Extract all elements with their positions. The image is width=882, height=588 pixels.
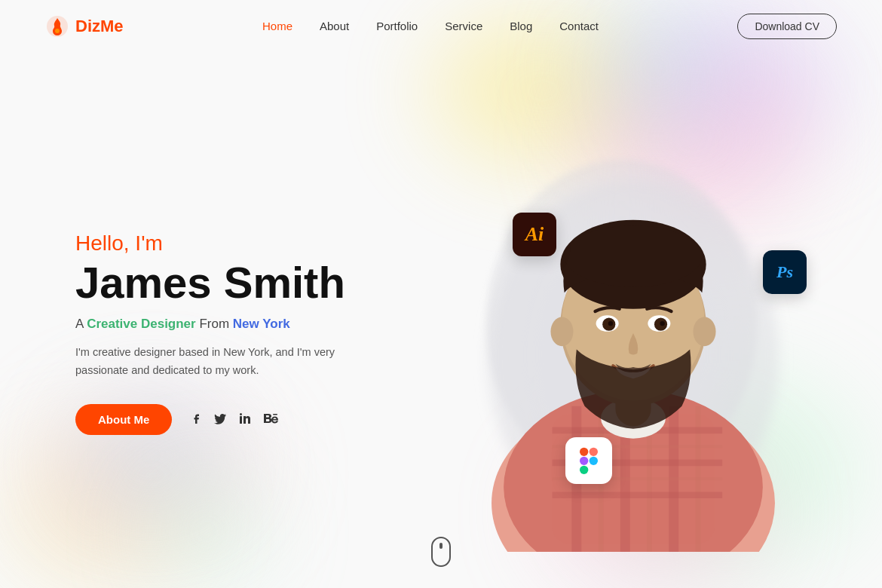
nav-item-home[interactable]: Home <box>262 20 292 33</box>
mouse-dot <box>439 543 443 549</box>
svg-rect-2 <box>240 416 242 424</box>
linkedin-icon[interactable] <box>238 412 252 428</box>
hero-name: James Smith <box>75 259 347 307</box>
download-cv-button[interactable]: Download CV <box>737 14 837 39</box>
svg-rect-4 <box>273 414 277 415</box>
subtitle-middle: From <box>196 317 233 331</box>
hero-description: I'm creative designer based in New York,… <box>75 344 347 380</box>
svg-point-32 <box>660 321 664 326</box>
subtitle-creative: Creative Designer <box>87 317 196 331</box>
hero-text-section: Hello, I'm James Smith A Creative Design… <box>75 231 347 436</box>
nav-item-contact[interactable]: Contact <box>559 20 599 33</box>
social-icons <box>190 412 279 428</box>
mouse-icon <box>431 537 451 567</box>
hero-image-area: Ai Ps <box>445 115 822 552</box>
nav-link-home[interactable]: Home <box>262 20 292 32</box>
ai-label: Ai <box>525 223 544 246</box>
svg-point-26 <box>565 225 703 287</box>
svg-point-31 <box>608 321 613 326</box>
nav-link-blog[interactable]: Blog <box>510 20 532 32</box>
svg-rect-38 <box>580 466 588 474</box>
subtitle-location: New York <box>233 317 290 331</box>
logo-text: DizMe <box>75 17 124 36</box>
facebook-icon[interactable] <box>190 412 204 428</box>
svg-point-3 <box>240 413 242 415</box>
flame-icon <box>45 14 69 38</box>
about-me-button[interactable]: About Me <box>75 404 172 435</box>
nav-item-service[interactable]: Service <box>445 20 482 33</box>
figma-badge <box>565 437 612 484</box>
svg-rect-37 <box>580 457 588 465</box>
twitter-icon[interactable] <box>214 412 228 428</box>
main-content: Hello, I'm James Smith A Creative Design… <box>0 53 882 583</box>
figma-icon <box>575 447 602 474</box>
nav-link-contact[interactable]: Contact <box>559 20 599 32</box>
svg-point-39 <box>590 457 598 465</box>
greeting-text: Hello, I'm <box>75 231 347 256</box>
svg-point-34 <box>693 317 715 347</box>
person-figure <box>445 115 822 552</box>
navbar: DizMe Home About Portfolio Service Blog … <box>0 0 882 53</box>
svg-rect-35 <box>580 448 588 456</box>
svg-point-33 <box>550 317 573 347</box>
svg-point-1 <box>55 29 60 33</box>
behance-icon[interactable] <box>262 412 279 428</box>
hero-actions: About Me <box>75 404 347 435</box>
nav-link-service[interactable]: Service <box>445 20 482 32</box>
nav-link-about[interactable]: About <box>320 20 349 32</box>
svg-rect-36 <box>590 448 598 456</box>
nav-link-portfolio[interactable]: Portfolio <box>376 20 418 32</box>
logo[interactable]: DizMe <box>45 14 124 38</box>
nav-item-portfolio[interactable]: Portfolio <box>376 20 418 33</box>
nav-item-about[interactable]: About <box>320 20 349 33</box>
subtitle-prefix: A <box>75 317 87 331</box>
photoshop-badge: Ps <box>763 250 807 294</box>
illustrator-badge: Ai <box>513 213 556 256</box>
nav-links: Home About Portfolio Service Blog Contac… <box>262 20 599 33</box>
ps-label: Ps <box>776 262 793 282</box>
nav-item-blog[interactable]: Blog <box>510 20 532 33</box>
hero-subtitle: A Creative Designer From New York <box>75 317 347 332</box>
scroll-indicator <box>431 537 451 567</box>
